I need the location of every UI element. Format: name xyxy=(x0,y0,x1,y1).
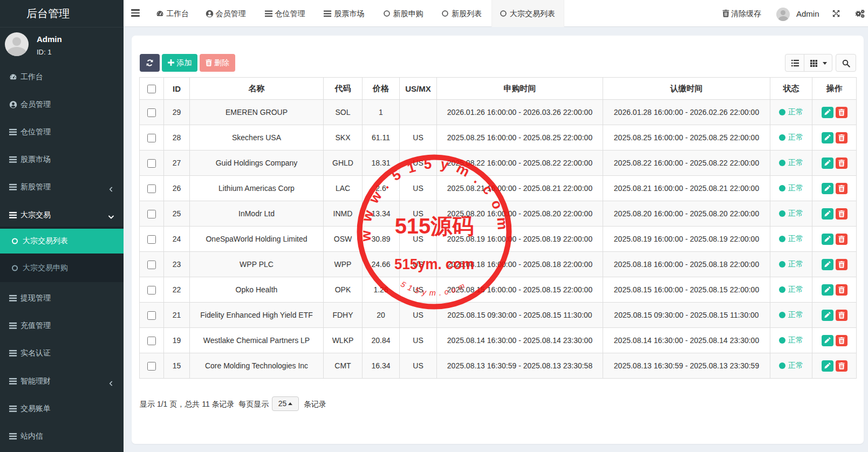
svg-text:515源码: 515源码 xyxy=(395,214,474,238)
svg-text:515ym.com: 515ym.com xyxy=(399,279,469,297)
svg-text:515ym. com: 515ym. com xyxy=(394,256,474,272)
